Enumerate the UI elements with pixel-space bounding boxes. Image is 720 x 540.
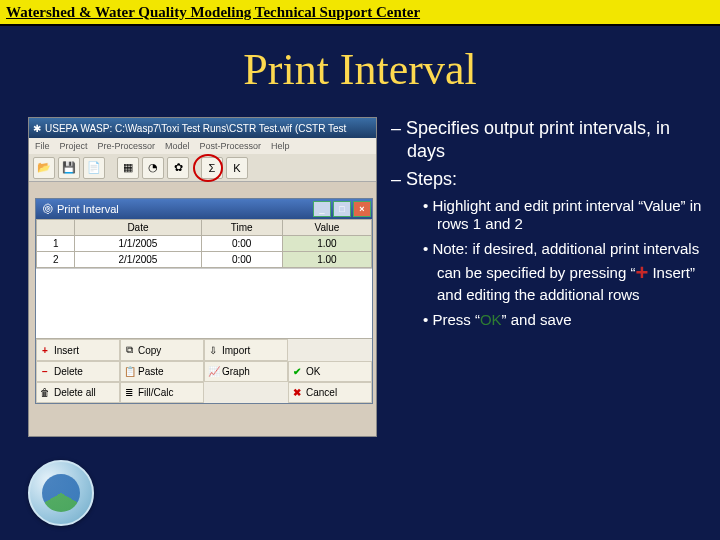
row-date[interactable]: 2/1/2005	[75, 252, 201, 268]
fill-button[interactable]: ≣Fill/Calc	[120, 382, 204, 403]
row-index: 1	[37, 236, 75, 252]
sigma-icon[interactable]: Σ	[201, 157, 223, 179]
menu-model[interactable]: Model	[165, 141, 190, 151]
menu-file[interactable]: File	[35, 141, 50, 151]
dialog-button-bar: +Insert ⧉Copy ⇩Import −Delete 📋Paste 📈Gr…	[36, 338, 372, 403]
import-icon: ⇩	[208, 345, 218, 356]
col-time: Time	[201, 220, 282, 236]
table-header-row: Date Time Value	[37, 220, 372, 236]
app-window-titlebar: ✱ USEPA WASP: C:\Wasp7\Toxi Test Runs\CS…	[29, 118, 376, 138]
epa-logo-inner	[42, 474, 80, 512]
note-line-1: Specifies output print intervals, in day…	[391, 117, 710, 162]
row-time[interactable]: 0:00	[201, 252, 282, 268]
trash-icon: 🗑	[40, 387, 50, 398]
app-toolbar: 📂 💾 📄 ▦ ◔ ✿ Σ K	[29, 154, 376, 182]
paste-button[interactable]: 📋Paste	[120, 361, 204, 382]
dialog-title-text: Print Interval	[57, 203, 119, 215]
import-button[interactable]: ⇩Import	[204, 339, 288, 361]
menu-project[interactable]: Project	[60, 141, 88, 151]
epa-logo	[28, 460, 94, 526]
x-icon: ✖	[292, 387, 302, 398]
table-row[interactable]: 1 1/1/2005 0:00 1.00	[37, 236, 372, 252]
save-icon[interactable]: 💾	[58, 157, 80, 179]
dialog-icon: 🞋	[42, 203, 53, 215]
close-icon[interactable]: ×	[353, 201, 371, 217]
col-value: Value	[282, 220, 371, 236]
ok-accent: OK	[480, 311, 502, 328]
fill-icon: ≣	[124, 387, 134, 398]
step-2: Note: if desired, additional print inter…	[423, 240, 710, 305]
insert-plus-accent: +	[635, 260, 648, 285]
folder-open-icon[interactable]: 📂	[33, 157, 55, 179]
col-date: Date	[75, 220, 201, 236]
plus-icon: +	[40, 345, 50, 356]
row-time[interactable]: 0:00	[201, 236, 282, 252]
insert-button[interactable]: +Insert	[36, 339, 120, 361]
org-topbar-label: Watershed & Water Quality Modeling Techn…	[6, 4, 420, 21]
step-1: Highlight and edit print interval “Value…	[423, 197, 710, 235]
note-line-2: Steps:	[391, 168, 710, 191]
print-interval-dialog: 🞋 Print Interval _ □ × Date Time Value 1	[35, 198, 373, 404]
graph-button[interactable]: 📈Graph	[204, 361, 288, 382]
table-icon[interactable]: ▦	[117, 157, 139, 179]
slide-notes: Specifies output print intervals, in day…	[391, 117, 710, 336]
deleteall-button[interactable]: 🗑Delete all	[36, 382, 120, 403]
ok-button[interactable]: ✔OK	[288, 361, 372, 382]
interval-table[interactable]: Date Time Value 1 1/1/2005 0:00 1.00 2 2…	[36, 219, 372, 268]
app-icon: ✱	[33, 123, 41, 134]
copy-icon: ⧉	[124, 344, 134, 356]
cancel-button[interactable]: ✖Cancel	[288, 382, 372, 403]
clock-icon[interactable]: ◔	[142, 157, 164, 179]
k-icon[interactable]: K	[226, 157, 248, 179]
delete-button[interactable]: −Delete	[36, 361, 120, 382]
app-menubar[interactable]: File Project Pre-Processor Model Post-Pr…	[29, 138, 376, 154]
graph-icon: 📈	[208, 366, 218, 377]
app-title-text: USEPA WASP: C:\Wasp7\Toxi Test Runs\CSTR…	[45, 123, 346, 134]
col-index	[37, 220, 75, 236]
row-value[interactable]: 1.00	[282, 236, 371, 252]
dialog-titlebar: 🞋 Print Interval _ □ ×	[36, 199, 372, 219]
org-topbar: Watershed & Water Quality Modeling Techn…	[0, 0, 720, 26]
slide-title: Print Interval	[0, 44, 720, 95]
row-date[interactable]: 1/1/2005	[75, 236, 201, 252]
gear-icon[interactable]: ✿	[167, 157, 189, 179]
paste-icon: 📋	[124, 366, 134, 377]
menu-postprocessor[interactable]: Post-Processor	[200, 141, 262, 151]
menu-preprocessor[interactable]: Pre-Processor	[98, 141, 156, 151]
app-screenshot: ✱ USEPA WASP: C:\Wasp7\Toxi Test Runs\CS…	[28, 117, 377, 437]
menu-help[interactable]: Help	[271, 141, 290, 151]
row-index: 2	[37, 252, 75, 268]
minus-icon: −	[40, 366, 50, 377]
check-icon: ✔	[292, 366, 302, 377]
maximize-icon[interactable]: □	[333, 201, 351, 217]
step-3: Press “OK” and save	[423, 311, 710, 330]
row-value[interactable]: 1.00	[282, 252, 371, 268]
minimize-icon[interactable]: _	[313, 201, 331, 217]
new-page-icon[interactable]: 📄	[83, 157, 105, 179]
table-row[interactable]: 2 2/1/2005 0:00 1.00	[37, 252, 372, 268]
copy-button[interactable]: ⧉Copy	[120, 339, 204, 361]
